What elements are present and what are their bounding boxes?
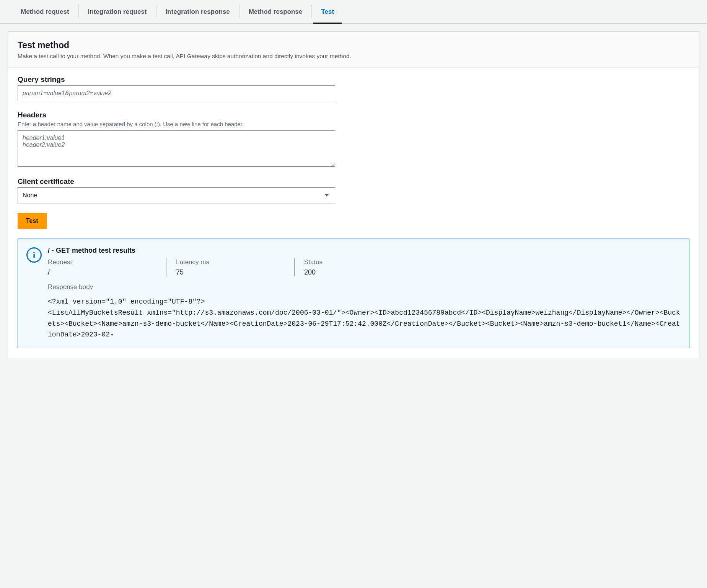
request-label: Request	[48, 258, 151, 266]
page-description: Make a test call to your method. When yo…	[18, 53, 689, 60]
request-value: /	[48, 268, 151, 276]
query-strings-input[interactable]	[18, 85, 335, 101]
headers-input[interactable]	[18, 130, 335, 167]
response-body-label: Response body	[48, 283, 681, 291]
latency-label: Latency ms	[176, 258, 279, 266]
query-strings-label: Query strings	[18, 75, 689, 84]
status-label: Status	[304, 258, 407, 266]
field-query-strings: Query strings	[18, 75, 689, 101]
tab-integration-response[interactable]: Integration response	[156, 5, 239, 18]
chevron-down-icon	[324, 192, 329, 199]
response-body: <?xml version="1.0" encoding="UTF-8"?> <…	[48, 296, 681, 340]
kv-latency: Latency ms 75	[176, 258, 295, 276]
tab-method-response[interactable]: Method response	[239, 5, 312, 18]
page-title: Test method	[18, 40, 689, 50]
test-results-content: / - GET method test results Request / La…	[48, 247, 681, 340]
client-certificate-select[interactable]: None	[18, 187, 335, 203]
headers-label: Headers	[18, 111, 689, 119]
headers-hint: Enter a header name and value separated …	[18, 121, 689, 127]
test-results-title: / - GET method test results	[48, 247, 681, 255]
test-results-summary: Request / Latency ms 75 Status 200	[48, 258, 681, 276]
kv-request: Request /	[48, 258, 166, 276]
status-value: 200	[304, 268, 407, 276]
tab-integration-request[interactable]: Integration request	[79, 5, 156, 18]
method-tabs: Method request Integration request Integ…	[0, 0, 707, 24]
tab-method-request[interactable]: Method request	[11, 5, 79, 18]
field-headers: Headers Enter a header name and value se…	[18, 111, 689, 168]
test-button[interactable]: Test	[18, 213, 47, 229]
panel-header: Test method Make a test call to your met…	[8, 32, 699, 68]
test-results-box: i / - GET method test results Request / …	[18, 239, 689, 348]
latency-value: 75	[176, 268, 279, 276]
info-icon: i	[26, 247, 42, 263]
tab-test[interactable]: Test	[312, 5, 343, 18]
test-method-panel: Test method Make a test call to your met…	[8, 31, 699, 358]
field-client-certificate: Client certificate None	[18, 177, 689, 203]
client-certificate-value: None	[18, 192, 42, 199]
client-certificate-label: Client certificate	[18, 177, 689, 186]
panel-body: Query strings Headers Enter a header nam…	[8, 68, 699, 358]
kv-status: Status 200	[304, 258, 423, 276]
